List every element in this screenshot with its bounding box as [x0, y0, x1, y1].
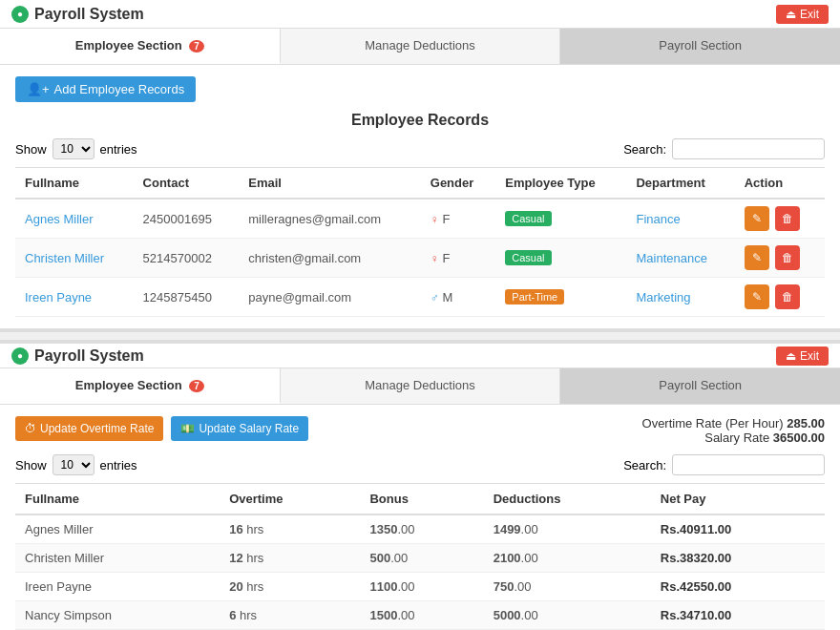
overtime-rate-label: Overtime Rate (Per Hour) [642, 416, 784, 430]
tab-deductions-label-2: Manage Deductions [365, 378, 475, 392]
emp-type: Casual [495, 239, 626, 278]
exit-button-2[interactable]: ⏏ Exit [776, 346, 829, 366]
tab-payroll-1[interactable]: Payroll Section [560, 29, 840, 64]
edit-button[interactable]: ✎ [745, 284, 769, 309]
employee-controls-row: Show 10 25 50 entries Search: [15, 138, 825, 159]
edit-button[interactable]: ✎ [745, 245, 769, 270]
employee-table-row: Christen Miller 5214570002 christen@gmai… [15, 239, 825, 278]
payroll-table: Fullname Overtime Bonus Deductions Net P… [15, 483, 825, 630]
emp-gender: ♀ F [421, 239, 496, 278]
employee-table-header: Fullname Contact Email Gender Employee T… [15, 168, 825, 200]
pay-netpay: Rs.38320.00 [651, 544, 825, 573]
employee-search-input[interactable] [672, 138, 825, 159]
overtime-rate-row: Overtime Rate (Per Hour) 285.00 [642, 416, 825, 430]
pay-overtime: 16 hrs [220, 514, 360, 544]
pay-netpay: Rs.34710.00 [651, 601, 825, 630]
payroll-table-row: Christen Miller 12 hrs 500.00 2100.00 Rs… [15, 544, 825, 573]
pay-overtime: 20 hrs [220, 573, 360, 601]
payroll-table-row: Nancy Simpson 6 hrs 1500.00 5000.00 Rs.3… [15, 601, 825, 630]
payroll-search-input[interactable] [672, 454, 825, 475]
delete-button[interactable]: 🗑 [775, 245, 800, 270]
pay-deductions: 5000.00 [484, 601, 651, 630]
add-employee-button[interactable]: 👤+ Add Employee Records [15, 76, 196, 102]
payroll-rates: Overtime Rate (Per Hour) 285.00 Salary R… [642, 416, 825, 445]
tab-payroll-2[interactable]: Payroll Section [560, 368, 840, 404]
col-gender: Gender [421, 168, 496, 200]
employee-table: Fullname Contact Email Gender Employee T… [15, 167, 825, 317]
pay-deductions: 750.00 [484, 573, 651, 601]
pcol-deductions: Deductions [484, 484, 651, 515]
app-header-2: ● Payroll System ⏏ Exit [0, 340, 840, 368]
net-pay-value: Rs.34710.00 [661, 608, 731, 622]
col-contact: Contact [134, 168, 240, 200]
exit-button-1[interactable]: ⏏ Exit [776, 5, 829, 24]
exit-label-2: Exit [800, 349, 819, 363]
tab-deductions-1[interactable]: Manage Deductions [281, 29, 561, 64]
emptype-badge: Casual [505, 211, 551, 226]
payroll-section: ⏱ Update Overtime Rate 💵 Update Salary R… [0, 405, 840, 630]
delete-button[interactable]: 🗑 [775, 284, 800, 309]
emp-name-link[interactable]: Christen Miller [25, 251, 104, 265]
pay-bonus: 500.00 [360, 544, 483, 573]
dept-link[interactable]: Marketing [636, 290, 690, 304]
emp-gender: ♂ M [421, 278, 496, 317]
app-title-1: ● Payroll System [11, 6, 144, 23]
pay-name: Christen Miller [15, 544, 220, 573]
entries-select[interactable]: 10 25 50 [52, 138, 94, 159]
tab-payroll-label-2: Payroll Section [659, 378, 742, 392]
update-overtime-button[interactable]: ⏱ Update Overtime Rate [15, 416, 163, 441]
col-action: Action [735, 168, 825, 200]
emptype-badge: Casual [505, 250, 551, 265]
add-employee-label: Add Employee Records [54, 82, 185, 96]
app-instance-1: ● Payroll System ⏏ Exit Employee Section… [0, 0, 840, 332]
edit-button[interactable]: ✎ [745, 206, 769, 231]
tab-employee-label-2: Employee Section [75, 378, 182, 392]
search-label: Search: [623, 142, 666, 157]
employee-top-bar: 👤+ Add Employee Records [15, 76, 825, 102]
emp-department: Finance [626, 199, 734, 239]
pay-bonus: 1100.00 [360, 573, 483, 601]
show-entries-control: Show 10 25 50 entries [15, 138, 137, 159]
dept-link[interactable]: Maintenance [636, 251, 706, 265]
emp-name-link[interactable]: Ireen Payne [25, 290, 92, 304]
pay-deductions: 1499.00 [484, 514, 651, 544]
payroll-search-label: Search: [623, 458, 666, 472]
payroll-show-entries: Show 10 25 50 entries [15, 454, 137, 475]
exit-icon-2: ⏏ [786, 349, 796, 363]
emp-department: Marketing [626, 278, 734, 317]
overtime-rate-value: 285.00 [787, 416, 825, 430]
app-instance-2: ● Payroll System ⏏ Exit Employee Section… [0, 340, 840, 630]
app-title-text-2: Payroll System [34, 347, 144, 365]
gender-icon: ♀ [430, 252, 439, 265]
tab-deductions-2[interactable]: Manage Deductions [281, 368, 561, 404]
tabs-bar-1: Employee Section 7 Manage Deductions Pay… [0, 29, 840, 65]
pay-overtime: 6 hrs [220, 601, 360, 630]
payroll-table-header: Fullname Overtime Bonus Deductions Net P… [15, 484, 825, 515]
payroll-entries-label: entries [100, 458, 137, 472]
dept-link[interactable]: Finance [636, 212, 680, 226]
payroll-table-row: Ireen Payne 20 hrs 1100.00 750.00 Rs.425… [15, 573, 825, 601]
pay-name: Ireen Payne [15, 573, 220, 601]
employee-table-row: Ireen Payne 1245875450 payne@gmail.com ♂… [15, 278, 825, 317]
col-fullname: Fullname [15, 168, 134, 200]
emp-action: ✎ 🗑 [735, 278, 825, 317]
payroll-entries-select[interactable]: 10 25 50 [52, 454, 94, 475]
payroll-controls-bar: ⏱ Update Overtime Rate 💵 Update Salary R… [15, 416, 825, 445]
payroll-search-box: Search: [623, 454, 825, 475]
delete-button[interactable]: 🗑 [775, 206, 800, 231]
emp-name-link[interactable]: Agnes Miller [25, 212, 94, 226]
col-email: Email [239, 168, 421, 200]
tab-payroll-label-1: Payroll Section [659, 38, 742, 52]
tab-employee-1[interactable]: Employee Section 7 [0, 29, 281, 64]
salary-rate-label: Salary Rate [704, 430, 769, 445]
tab-employee-2[interactable]: Employee Section 7 [0, 368, 281, 404]
update-salary-button[interactable]: 💵 Update Salary Rate [171, 416, 308, 441]
pay-name: Nancy Simpson [15, 601, 220, 630]
add-employee-icon: 👤+ [27, 82, 50, 96]
gender-icon: ♀ [430, 213, 439, 226]
emp-type: Casual [495, 199, 626, 239]
emp-action: ✎ 🗑 [735, 239, 825, 278]
employee-table-row: Agnes Miller 2450001695 milleragnes@gmai… [15, 199, 825, 239]
col-department: Department [626, 168, 734, 200]
net-pay-value: Rs.40911.00 [661, 522, 731, 536]
